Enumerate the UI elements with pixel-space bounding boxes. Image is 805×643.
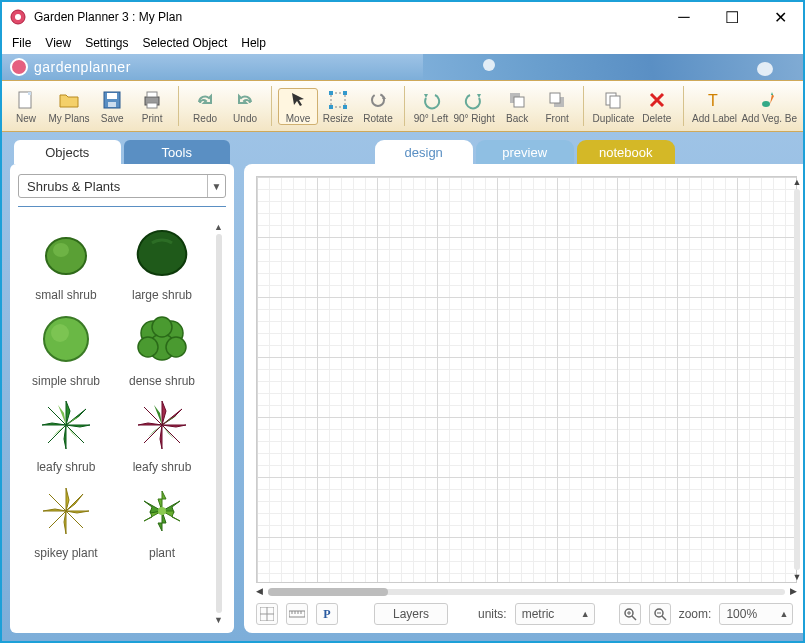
menu-settings[interactable]: Settings: [85, 36, 128, 50]
folder-open-icon: [58, 89, 80, 111]
svg-point-33: [152, 317, 172, 337]
menu-file[interactable]: File: [12, 36, 31, 50]
save-button[interactable]: Save: [92, 89, 132, 124]
window-title: Garden Planner 3 : My Plan: [34, 10, 669, 24]
move-tool-button[interactable]: Move: [278, 88, 318, 125]
palette-item-leafy2[interactable]: leafy shrub: [114, 394, 210, 474]
canvas-grid: [257, 177, 796, 582]
menu-selected-object[interactable]: Selected Object: [143, 36, 228, 50]
svg-point-1: [15, 14, 21, 20]
units-dropdown[interactable]: metric▲: [515, 603, 595, 625]
menubar: File View Settings Selected Object Help: [2, 32, 803, 54]
svg-rect-10: [331, 93, 345, 107]
logo-icon: [10, 58, 28, 76]
svg-rect-9: [147, 103, 157, 108]
print-button[interactable]: Print: [132, 89, 172, 124]
objects-panel-body: Shrubs & Plants ▼ small shrublarge shrub…: [10, 164, 234, 633]
tab-tools[interactable]: Tools: [124, 140, 231, 164]
design-canvas[interactable]: ▲▼: [256, 176, 797, 583]
svg-point-23: [762, 101, 770, 107]
undo-icon: [234, 89, 256, 111]
bring-front-button[interactable]: Front: [537, 89, 577, 124]
menu-view[interactable]: View: [45, 36, 71, 50]
tab-objects[interactable]: Objects: [14, 140, 121, 164]
zoom-out-button[interactable]: [649, 603, 671, 625]
palette-scrollbar[interactable]: ▲ ▼: [212, 222, 226, 625]
plant-thumb-icon: [131, 222, 193, 284]
units-label: units:: [478, 607, 507, 621]
scroll-up-icon: ▲: [214, 222, 224, 232]
menu-help[interactable]: Help: [241, 36, 266, 50]
grid-toggle-button[interactable]: [256, 603, 278, 625]
palette-item-label: leafy shrub: [37, 460, 96, 474]
my-plans-button[interactable]: My Plans: [46, 89, 92, 124]
zoom-in-button[interactable]: [619, 603, 641, 625]
zoom-value-field[interactable]: 100%▲: [719, 603, 793, 625]
palette-item-denseshrub[interactable]: dense shrub: [114, 308, 210, 388]
brand-text: gardenplanner: [34, 59, 131, 75]
canvas-horizontal-scrollbar[interactable]: ◀▶: [256, 585, 797, 599]
window-maximize-button[interactable]: ☐: [717, 5, 747, 29]
palette-grid: small shrublarge shrubsimple shrubdense …: [18, 222, 226, 560]
chevron-up-icon: ▲: [581, 609, 590, 619]
palette-item-smallshrub[interactable]: small shrub: [18, 222, 114, 302]
undo-button[interactable]: Undo: [225, 89, 265, 124]
toolbar-separator: [178, 86, 179, 126]
tab-notebook[interactable]: notebook: [577, 140, 675, 164]
left-panel: Objects Tools Shrubs & Plants ▼ small sh…: [10, 140, 234, 633]
brand-bar: gardenplanner: [2, 54, 803, 80]
toolbar-separator: [271, 86, 272, 126]
rotate-right-button[interactable]: 90° Right: [451, 89, 497, 124]
ruler-toggle-button[interactable]: [286, 603, 308, 625]
svg-point-31: [138, 337, 158, 357]
toolbar-separator: [683, 86, 684, 126]
svg-rect-19: [550, 93, 560, 103]
bring-front-icon: [546, 89, 568, 111]
palette-item-leafy1[interactable]: leafy shrub: [18, 394, 114, 474]
rotate-right-icon: [463, 89, 485, 111]
new-button[interactable]: New: [6, 89, 46, 124]
send-back-button[interactable]: Back: [497, 89, 537, 124]
rotate-icon: [367, 89, 389, 111]
add-veg-bed-button[interactable]: Add Veg. Be: [739, 89, 799, 124]
canvas-vertical-scrollbar[interactable]: ▲▼: [790, 177, 804, 582]
canvas-wrap: ▲▼ ◀▶ P Layers units: metric▲ zoom: 100%…: [244, 164, 805, 633]
svg-rect-35: [289, 611, 305, 617]
svg-rect-12: [343, 91, 347, 95]
svg-rect-8: [147, 92, 157, 97]
rotate-left-button[interactable]: 90° Left: [411, 89, 451, 124]
svg-rect-11: [329, 91, 333, 95]
perspective-button[interactable]: P: [316, 603, 338, 625]
palette-item-largeshrub[interactable]: large shrub: [114, 222, 210, 302]
palette-item-spikey[interactable]: spikey plant: [18, 480, 114, 560]
add-label-button[interactable]: TAdd Label: [690, 89, 740, 124]
save-icon: [101, 89, 123, 111]
tab-design[interactable]: design: [375, 140, 473, 164]
plant-thumb-icon: [131, 308, 193, 370]
plant-thumb-icon: [35, 394, 97, 456]
tab-preview[interactable]: preview: [476, 140, 574, 164]
palette-item-plant[interactable]: plant: [114, 480, 210, 560]
rotate-tool-button[interactable]: Rotate: [358, 89, 398, 124]
text-label-icon: T: [704, 89, 726, 111]
plant-thumb-icon: [131, 394, 193, 456]
layers-button[interactable]: Layers: [374, 603, 448, 625]
redo-icon: [194, 89, 216, 111]
rotate-left-icon: [420, 89, 442, 111]
category-dropdown[interactable]: Shrubs & Plants ▼: [18, 174, 226, 198]
duplicate-icon: [602, 89, 624, 111]
window-minimize-button[interactable]: ─: [669, 5, 699, 29]
palette-item-simpleshrub[interactable]: simple shrub: [18, 308, 114, 388]
cursor-icon: [287, 89, 309, 111]
svg-rect-14: [343, 105, 347, 109]
scroll-down-icon: ▼: [214, 615, 224, 625]
redo-button[interactable]: Redo: [185, 89, 225, 124]
plant-thumb-icon: [35, 480, 97, 542]
plant-thumb-icon: [35, 222, 97, 284]
duplicate-button[interactable]: Duplicate: [590, 89, 637, 124]
window-close-button[interactable]: ✕: [765, 5, 795, 29]
svg-text:T: T: [708, 92, 718, 109]
delete-button[interactable]: Delete: [637, 89, 677, 124]
plant-thumb-icon: [131, 480, 193, 542]
resize-tool-button[interactable]: Resize: [318, 89, 358, 124]
